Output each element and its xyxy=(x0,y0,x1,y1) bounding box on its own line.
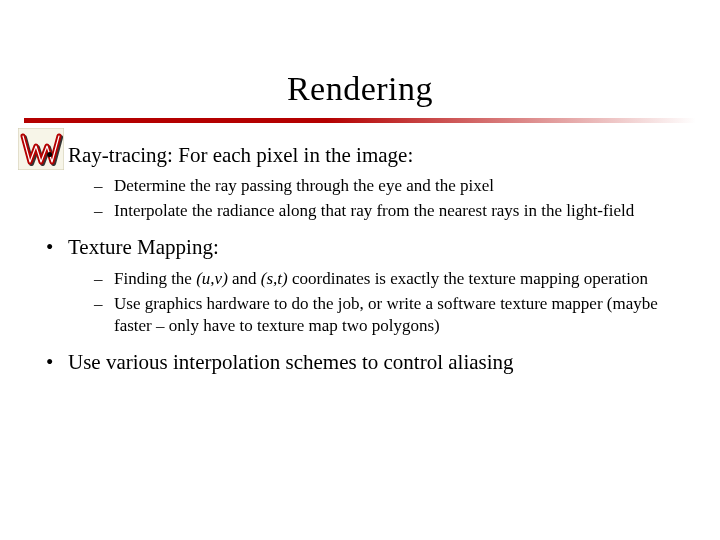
sub-bullet: Use graphics hardware to do the job, or … xyxy=(92,293,678,339)
bullet-texture-mapping: Texture Mapping: Finding the (u,v) and (… xyxy=(42,233,678,338)
sub-bullet: Finding the (u,v) and (s,t) coordinates … xyxy=(92,268,678,291)
st-coords: (s,t) xyxy=(261,269,288,288)
slide-title: Rendering xyxy=(0,70,720,108)
uv-coords: (u,v) xyxy=(196,269,228,288)
text: coordinates is exactly the texture mappi… xyxy=(288,269,648,288)
text: and xyxy=(228,269,261,288)
bullet-interpolation: Use various interpolation schemes to con… xyxy=(42,348,678,376)
slide: Rendering Ray-tracing: For each pixel in… xyxy=(0,70,720,540)
bullet-text: Ray-tracing: For each pixel in the image… xyxy=(68,143,413,167)
text: Finding the xyxy=(114,269,196,288)
title-underline xyxy=(24,118,696,123)
bullet-raytracing: Ray-tracing: For each pixel in the image… xyxy=(42,141,678,223)
sub-bullet: Determine the ray passing through the ey… xyxy=(92,175,678,198)
sub-bullet: Interpolate the radiance along that ray … xyxy=(92,200,678,223)
slide-body: Ray-tracing: For each pixel in the image… xyxy=(42,141,678,377)
bullet-text: Texture Mapping: xyxy=(68,235,219,259)
